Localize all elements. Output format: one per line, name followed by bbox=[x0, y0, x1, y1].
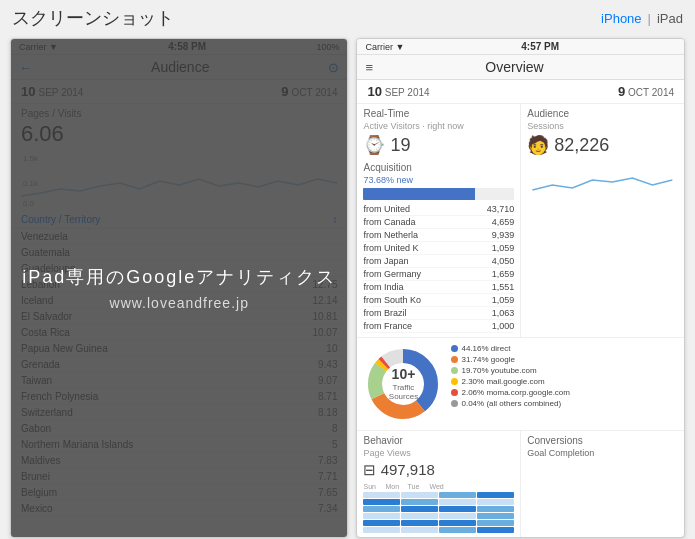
donut-area: 10+ TrafficSources 44.16% direct31.74% g… bbox=[357, 337, 684, 430]
heatmap-cell bbox=[401, 506, 438, 512]
heatmap-labels: Sun Mon Tue Wed bbox=[363, 483, 514, 490]
right-end-month: OCT 2014 bbox=[628, 87, 674, 98]
country-name-r: from Germany bbox=[363, 269, 421, 279]
behavior-metric: Page Views bbox=[363, 448, 514, 458]
right-date-start: 10 SEP 2014 bbox=[367, 84, 429, 99]
sessions-line-chart bbox=[527, 160, 678, 200]
overlay: iPad専用のGoogleアナリティクス www.loveandfree.jp bbox=[11, 39, 347, 537]
heatmap-cell bbox=[477, 506, 514, 512]
realtime-title: Real-Time bbox=[363, 108, 514, 119]
right-left-col: Real-Time Active Visitors · right now ⌚ … bbox=[357, 104, 521, 337]
legend-label: 19.70% youtube.com bbox=[461, 366, 536, 375]
heatmap-cell bbox=[363, 499, 400, 505]
country-name-r: from France bbox=[363, 321, 412, 331]
heatmap-cell bbox=[477, 492, 514, 498]
audience-title: Audience bbox=[527, 108, 678, 119]
right-carrier: Carrier ▼ bbox=[365, 42, 404, 52]
country-val-r: 43,710 bbox=[487, 204, 515, 214]
heatmap-cell bbox=[363, 527, 400, 533]
heatmap-cell bbox=[439, 492, 476, 498]
country-row: from Brazil1,063 bbox=[363, 307, 514, 320]
right-status-bar: Carrier ▼ 4:57 PM bbox=[357, 39, 684, 55]
heatmap-cell bbox=[477, 520, 514, 526]
heatmap-cell bbox=[477, 513, 514, 519]
legend-row: 31.74% google bbox=[451, 355, 678, 364]
legend-dot bbox=[451, 378, 458, 385]
country-row: from United K1,059 bbox=[363, 242, 514, 255]
country-name-r: from Brazil bbox=[363, 308, 406, 318]
behavior-conversions: Behavior Page Views ⊟ 497,918 Sun Mon Tu… bbox=[357, 430, 684, 537]
right-time: 4:57 PM bbox=[521, 41, 559, 52]
country-name-r: from South Ko bbox=[363, 295, 421, 305]
legend-row: 2.30% mail.google.com bbox=[451, 377, 678, 386]
country-name-r: from Canada bbox=[363, 217, 415, 227]
country-row: from South Ko1,059 bbox=[363, 294, 514, 307]
country-list: from United43,710from Canada4,659from Ne… bbox=[363, 203, 514, 333]
conversions-label: Goal Completion bbox=[527, 448, 678, 458]
acquisition-section: Acquisition 73.68% new bbox=[363, 162, 514, 200]
left-phone-frame: Carrier ▼ 4:58 PM 100% ← Audience ⊙ 10 S… bbox=[10, 38, 348, 538]
legend-label: 2.06% moma.corp.google.com bbox=[461, 388, 570, 397]
heatmap-cell bbox=[363, 520, 400, 526]
country-val-r: 1,059 bbox=[492, 295, 515, 305]
behavior-value: ⊟ 497,918 bbox=[363, 461, 514, 479]
country-val-r: 1,659 bbox=[492, 269, 515, 279]
right-date-row: 10 SEP 2014 9 OCT 2014 bbox=[357, 80, 684, 104]
donut-center: 10+ TrafficSources bbox=[389, 366, 418, 402]
country-row: from Germany1,659 bbox=[363, 268, 514, 281]
acquisition-title: Acquisition bbox=[363, 162, 514, 173]
heatmap-cell bbox=[363, 506, 400, 512]
realtime-subtitle: Active Visitors · right now bbox=[363, 121, 514, 131]
legend-dot bbox=[451, 400, 458, 407]
heatmap-cell bbox=[401, 513, 438, 519]
heatmap-cell bbox=[401, 520, 438, 526]
sessions-label: Sessions bbox=[527, 121, 678, 131]
legend-dot bbox=[451, 345, 458, 352]
right-nav-title: Overview bbox=[485, 59, 543, 75]
country-row: from Canada4,659 bbox=[363, 216, 514, 229]
heatmap-cell bbox=[401, 492, 438, 498]
right-right-col: Audience Sessions 🧑 82,226 bbox=[521, 104, 684, 337]
heatmap-day-labels: Sun Mon Tue Wed bbox=[363, 483, 514, 490]
menu-icon[interactable]: ≡ bbox=[365, 60, 373, 75]
heatmap-cell bbox=[401, 499, 438, 505]
heatmap-cell bbox=[439, 506, 476, 512]
donut-sub-text: TrafficSources bbox=[389, 383, 418, 402]
heatmap-cell bbox=[439, 527, 476, 533]
country-row: from India1,551 bbox=[363, 281, 514, 294]
country-name-r: from United bbox=[363, 204, 410, 214]
donut-legend: 44.16% direct31.74% google19.70% youtube… bbox=[451, 344, 678, 424]
ipad-link[interactable]: iPad bbox=[657, 11, 683, 26]
country-name-r: from United K bbox=[363, 243, 418, 253]
right-start-day: 10 bbox=[367, 84, 381, 99]
behavior-title: Behavior bbox=[363, 435, 514, 446]
right-nav: ≡ Overview bbox=[357, 55, 684, 80]
acquisition-percent: 73.68% new bbox=[363, 175, 514, 185]
legend-dot bbox=[451, 389, 458, 396]
sessions-value: 🧑 82,226 bbox=[527, 134, 678, 156]
donut-big-text: 10+ bbox=[389, 366, 418, 383]
country-row: from France1,000 bbox=[363, 320, 514, 333]
iphone-link[interactable]: iPhone bbox=[601, 11, 641, 26]
conversions-box: Conversions Goal Completion bbox=[521, 431, 684, 537]
right-end-day: 9 bbox=[618, 84, 625, 99]
right-start-month: SEP 2014 bbox=[385, 87, 430, 98]
legend-dot bbox=[451, 356, 458, 363]
overlay-url: www.loveandfree.jp bbox=[110, 295, 249, 311]
heatmap-cell bbox=[439, 499, 476, 505]
country-val-r: 1,059 bbox=[492, 243, 515, 253]
country-val-r: 4,050 bbox=[492, 256, 515, 266]
legend-row: 2.06% moma.corp.google.com bbox=[451, 388, 678, 397]
legend-label: 0.04% (all others combined) bbox=[461, 399, 561, 408]
country-name-r: from India bbox=[363, 282, 403, 292]
legend-row: 0.04% (all others combined) bbox=[451, 399, 678, 408]
legend-rows-container: 44.16% direct31.74% google19.70% youtube… bbox=[451, 344, 678, 408]
overlay-title: iPad専用のGoogleアナリティクス bbox=[22, 265, 336, 289]
legend-row: 19.70% youtube.com bbox=[451, 366, 678, 375]
legend-label: 2.30% mail.google.com bbox=[461, 377, 544, 386]
acquisition-bar bbox=[363, 188, 475, 200]
sessions-chart bbox=[527, 160, 678, 202]
heatmap-cell bbox=[439, 520, 476, 526]
country-name-r: from Japan bbox=[363, 256, 408, 266]
legend-row: 44.16% direct bbox=[451, 344, 678, 353]
